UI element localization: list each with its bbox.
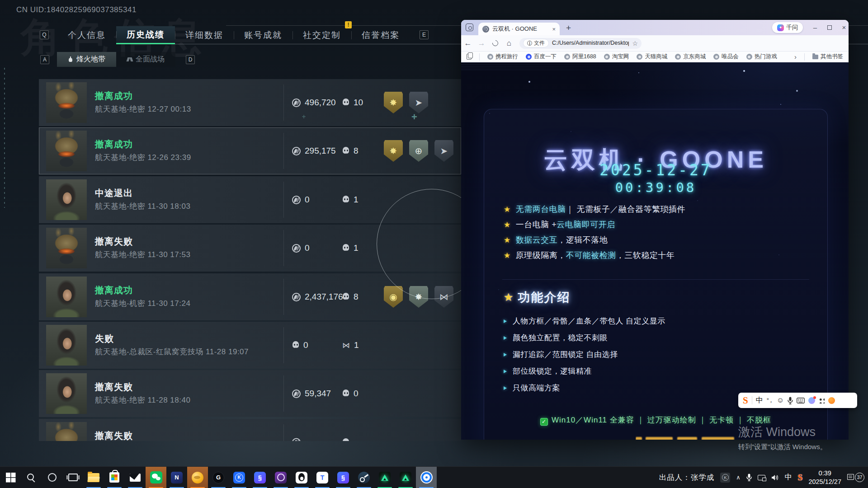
taskbar-accelerator-a[interactable] bbox=[374, 467, 395, 488]
match-row[interactable]: 撤离成功 航天基地-绝密 12-26 23:39 295,175 8 ✸⊕➤ bbox=[39, 127, 461, 174]
bookmark-star-icon[interactable]: ☆ bbox=[632, 40, 638, 47]
other-bookmarks[interactable]: 其他书签 bbox=[812, 53, 843, 61]
notification-center[interactable]: 37 bbox=[847, 472, 864, 483]
emoji-icon[interactable]: ☺ bbox=[777, 396, 784, 404]
star-bullet-icon: ★ bbox=[504, 251, 511, 260]
feature-text: 漏打追踪／范围锁定 自由选择 bbox=[513, 349, 618, 360]
stat-icon bbox=[342, 389, 349, 398]
triangle-bullet-icon bbox=[504, 353, 507, 357]
assistant-button[interactable]: ✦ 千问 bbox=[772, 22, 803, 33]
clock[interactable]: 0:39 2025/12/27 bbox=[808, 469, 841, 486]
taskbar-start[interactable] bbox=[0, 467, 21, 488]
match-row[interactable]: 撤离失败 bbox=[39, 419, 461, 441]
taskbar-blue-music-app[interactable]: § bbox=[250, 467, 270, 488]
taskbar-ms-store[interactable] bbox=[104, 467, 125, 488]
text-segment: 一台电脑 + bbox=[516, 219, 557, 230]
taskbar-browser[interactable] bbox=[416, 467, 437, 488]
home-icon[interactable]: ⌂ bbox=[502, 39, 516, 48]
browser-tab[interactable]: 云双机 · GOONE × bbox=[478, 23, 560, 35]
back-icon[interactable]: ← bbox=[461, 39, 475, 48]
address-bar[interactable]: i 文件 C:/Users/Administrator/Desktop/goon… bbox=[519, 38, 642, 49]
bookmarks-bar: 携程旅行百度一下阿里1688淘宝网天猫商城京东商城唯品会热门游戏›其他书签 bbox=[461, 52, 849, 62]
volume-icon[interactable] bbox=[771, 474, 779, 481]
match-stat-value: 295,175 bbox=[292, 146, 336, 156]
bookmark-8[interactable]: 热门游戏 bbox=[746, 53, 777, 61]
bookmark-favicon bbox=[604, 54, 610, 60]
match-result: 撤离失败 bbox=[95, 430, 133, 441]
taskbar-search[interactable] bbox=[21, 467, 42, 488]
match-result: 撤离成功 bbox=[95, 284, 133, 296]
ime-language-toggle[interactable]: 中 bbox=[756, 396, 763, 405]
feature-1: 人物方框／骨骼／血条／带包人 自定义显示 bbox=[504, 313, 665, 329]
bookmark-3[interactable]: 阿里1688 bbox=[564, 53, 596, 61]
microphone-icon[interactable] bbox=[788, 397, 793, 404]
bookmark-label: 热门游戏 bbox=[755, 53, 777, 61]
ime-hot-icon[interactable] bbox=[828, 397, 835, 404]
row-divider bbox=[283, 230, 284, 266]
window-tools-icon[interactable] bbox=[466, 23, 473, 31]
selling-point-2: ★一台电脑 + 云电脑即可开启 bbox=[504, 217, 685, 232]
taskbar-file-explorer[interactable] bbox=[83, 467, 104, 488]
bookmarks-panel-icon[interactable] bbox=[467, 54, 472, 60]
taskbar-wechat[interactable] bbox=[146, 467, 166, 488]
ime-apps-grid-icon[interactable] bbox=[819, 398, 825, 404]
stat-icon bbox=[292, 341, 299, 349]
star-bullet-icon: ★ bbox=[504, 205, 511, 214]
match-result: 失败 bbox=[95, 333, 114, 345]
match-row[interactable]: 撤离失败 航天基地-绝密 11-28 18:40 59,347 0 bbox=[39, 370, 461, 417]
forward-icon[interactable]: → bbox=[475, 39, 488, 48]
taskbar-video-app[interactable]: N bbox=[166, 467, 187, 488]
match-row[interactable]: 撤离成功 航天基地-绝密 12-27 00:13 496,720 10 ✸➤ bbox=[39, 79, 461, 126]
taskbar-sogou-pinyin[interactable] bbox=[187, 467, 208, 488]
tab-favicon bbox=[482, 26, 489, 33]
minimize-button[interactable]: – bbox=[808, 20, 822, 35]
taskbar-mail[interactable] bbox=[125, 467, 146, 488]
player-avatar bbox=[46, 277, 87, 317]
bookmark-6[interactable]: 京东商城 bbox=[675, 53, 706, 61]
match-result: 撤离失败 bbox=[95, 235, 133, 248]
tab-close-icon[interactable]: × bbox=[552, 26, 556, 33]
taskbar-qq[interactable] bbox=[291, 467, 312, 488]
desktop: CN UID:18402825969037385341 角色信息 Q E 个人信… bbox=[0, 0, 868, 488]
sogou-logo-icon[interactable]: S bbox=[743, 395, 748, 406]
bookmark-2[interactable]: 百度一下 bbox=[526, 53, 557, 61]
bookmark-5[interactable]: 天猫商城 bbox=[637, 53, 667, 61]
new-tab-button[interactable]: + bbox=[566, 23, 571, 33]
row-divider bbox=[283, 424, 284, 441]
taskbar-kook[interactable]: K bbox=[229, 467, 250, 488]
taskbar-apps: NGK§T§ bbox=[0, 467, 437, 488]
match-location-time: 航天基地-绝密 11-28 18:40 bbox=[95, 395, 190, 405]
k-tray-icon[interactable]: K bbox=[720, 473, 730, 483]
feature-text: 人物方框／骨骼／血条／带包人 自定义显示 bbox=[513, 316, 665, 326]
purple-app-icon bbox=[275, 472, 287, 483]
network-display-icon[interactable] bbox=[758, 475, 765, 480]
keyboard-icon[interactable] bbox=[797, 398, 805, 404]
triangle-bullet-icon bbox=[504, 386, 507, 390]
sogou-tray-icon[interactable]: S bbox=[798, 473, 803, 483]
taskbar-task-view[interactable] bbox=[62, 467, 83, 488]
bookmark-1[interactable]: 携程旅行 bbox=[487, 53, 518, 61]
ime-skin-icon[interactable] bbox=[808, 397, 815, 404]
hidden-icons-chevron[interactable]: ∧ bbox=[736, 474, 741, 481]
ime-punctuation-toggle[interactable]: °， bbox=[767, 396, 773, 404]
taskbar-accelerator-b[interactable] bbox=[395, 467, 416, 488]
assistant-label: 千问 bbox=[786, 23, 798, 32]
maximize-button[interactable] bbox=[823, 20, 836, 35]
bookmarks-overflow-chevron[interactable]: › bbox=[794, 53, 797, 61]
selling-point-1: ★无需两台电脑 ｜ 无需板子／融合器等繁琐插件 bbox=[504, 202, 685, 217]
reload-icon[interactable] bbox=[491, 39, 499, 47]
tray-microphone-icon[interactable] bbox=[746, 474, 752, 481]
close-button[interactable]: × bbox=[837, 20, 849, 35]
url-text[interactable]: C:/Users/Administrator/Desktop/goone打图工.… bbox=[552, 39, 629, 47]
taskbar-steam[interactable] bbox=[354, 467, 374, 488]
start-icon bbox=[5, 472, 16, 483]
bookmark-4[interactable]: 淘宝网 bbox=[604, 53, 629, 61]
taskbar-cortana[interactable] bbox=[42, 467, 62, 488]
taskbar-blue-music-app-2[interactable]: § bbox=[333, 467, 354, 488]
taskbar-logitech-g[interactable]: G bbox=[208, 467, 229, 488]
taskbar-tencent-meeting[interactable]: T bbox=[312, 467, 333, 488]
match-row[interactable]: 失败 航天基地-总裁区-红鼠窝竞技场 11-28 19:07 0 ⋈1 bbox=[39, 322, 461, 369]
ime-indicator[interactable]: 中 bbox=[785, 473, 792, 482]
bookmark-7[interactable]: 唯品会 bbox=[713, 53, 739, 61]
taskbar-purple-app[interactable] bbox=[270, 467, 291, 488]
